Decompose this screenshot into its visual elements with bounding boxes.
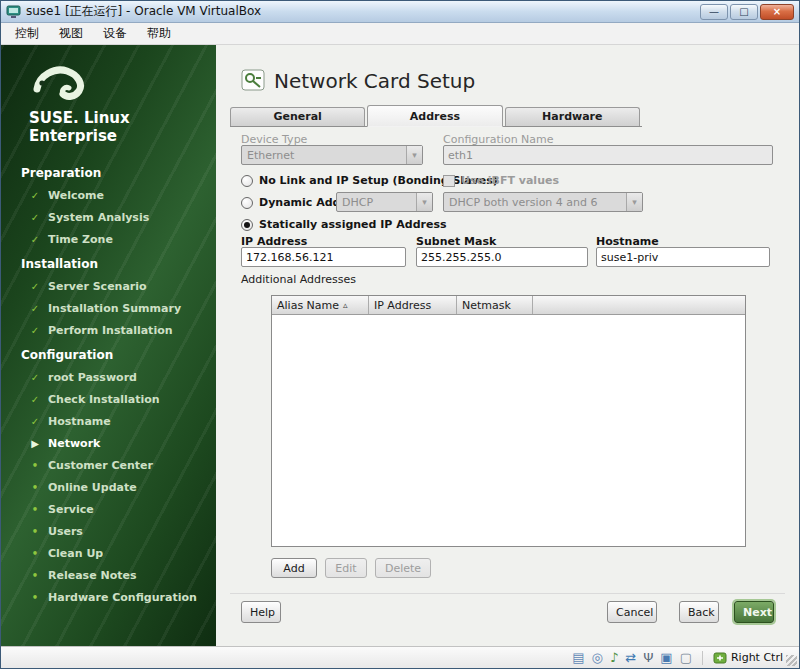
dhcp-version-select: DHCP both version 4 and 6 ▾ — [443, 192, 643, 212]
column-header-ip-address[interactable]: IP Address — [369, 296, 457, 314]
check-icon: ✓ — [29, 394, 41, 405]
sidebar-item-hostname: ✓Hostname — [29, 415, 216, 428]
vbox-status-bar: ▤◎♪⇄Ψ▣▢ Right Ctrl — [1, 646, 799, 668]
radio-static-label: Statically assigned IP Address — [259, 218, 447, 231]
radio-unchecked-icon — [241, 175, 253, 187]
usb-devices-icon[interactable]: Ψ — [643, 651, 653, 664]
installer-steps: Preparation✓Welcome✓System Analysis✓Time… — [1, 145, 216, 604]
display-icon[interactable]: ▢ — [680, 651, 692, 664]
resize-grip[interactable] — [786, 655, 797, 666]
sidebar-item-label: Clean Up — [48, 547, 103, 560]
status-icons: ▤◎♪⇄Ψ▣▢ — [572, 651, 692, 664]
sidebar-item-label: root Password — [48, 371, 137, 384]
optical-drives-icon[interactable]: ◎ — [592, 651, 603, 664]
hdd-icon[interactable]: ▤ — [572, 651, 584, 664]
hostname-field[interactable] — [596, 247, 770, 267]
radio-unchecked-icon — [241, 197, 253, 209]
dhcp-value: DHCP — [337, 196, 416, 209]
titlebar[interactable]: suse1 [正在运行] - Oracle VM VirtualBox —□× — [1, 1, 799, 23]
menu-item-3[interactable]: 帮助 — [137, 23, 181, 44]
bullet-icon: • — [29, 526, 41, 537]
additional-addresses-table: Alias Name▵IP AddressNetmask — [271, 295, 746, 547]
sidebar-item-label: System Analysis — [48, 211, 149, 224]
sidebar-item-label: Online Update — [48, 481, 137, 494]
shared-folders-icon[interactable]: ▣ — [660, 651, 672, 664]
sidebar-item-release-notes: •Release Notes — [29, 569, 216, 582]
table-body — [272, 315, 745, 546]
bullet-icon: • — [29, 504, 41, 515]
bullet-icon: • — [29, 482, 41, 493]
window-title: suse1 [正在运行] - Oracle VM VirtualBox — [26, 3, 261, 20]
brand-line1: SUSE. Linux — [29, 109, 216, 127]
current-arrow-icon: ▶ — [29, 438, 41, 449]
subnet-mask-field[interactable] — [416, 247, 588, 267]
column-header-label: IP Address — [374, 299, 431, 312]
sidebar-item-clean-up: •Clean Up — [29, 547, 216, 560]
sidebar-item-label: Check Installation — [48, 393, 160, 406]
chevron-down-icon: ▾ — [406, 146, 422, 164]
column-header-filler — [533, 296, 745, 314]
tab-bar: GeneralAddressHardware — [230, 105, 642, 127]
sidebar-section-configuration: Configuration — [21, 348, 216, 362]
sidebar-item-label: Welcome — [48, 189, 104, 202]
tab-address[interactable]: Address — [367, 105, 502, 127]
tab-hardware[interactable]: Hardware — [505, 107, 640, 126]
column-header-alias-name[interactable]: Alias Name▵ — [272, 296, 369, 314]
sidebar-item-label: Service — [48, 503, 94, 516]
check-icon: ✓ — [29, 303, 41, 314]
tab-general[interactable]: General — [230, 107, 365, 126]
bullet-icon: • — [29, 460, 41, 471]
back-button[interactable]: Back — [679, 601, 719, 623]
sidebar-item-check-installation: ✓Check Installation — [29, 393, 216, 406]
network-adapters-icon[interactable]: ⇄ — [625, 651, 636, 664]
sidebar-item-customer-center: •Customer Center — [29, 459, 216, 472]
sidebar-item-label: Release Notes — [48, 569, 136, 582]
chevron-down-icon: ▾ — [416, 193, 432, 211]
device-type-value: Ethernet — [242, 149, 406, 162]
network-card-setup-panel: Network Card Setup GeneralAddressHardwar… — [216, 45, 799, 646]
help-button[interactable]: Help — [241, 601, 281, 623]
brand-block: SUSE. Linux Enterprise — [1, 45, 216, 145]
installer-sidebar: SUSE. Linux Enterprise Preparation✓Welco… — [1, 45, 216, 646]
cancel-button[interactable]: Cancel — [607, 601, 657, 623]
minimize-button[interactable]: — — [700, 4, 728, 20]
menu-item-1[interactable]: 视图 — [49, 23, 93, 44]
sidebar-item-welcome: ✓Welcome — [29, 189, 216, 202]
caption-buttons: —□× — [700, 4, 794, 20]
menu-item-2[interactable]: 设备 — [93, 23, 137, 44]
sidebar-item-label: Network — [48, 437, 100, 450]
table-header-row: Alias Name▵IP AddressNetmask — [272, 296, 745, 315]
checkbox-icon — [443, 175, 455, 187]
close-button[interactable]: × — [760, 4, 794, 20]
audio-icon[interactable]: ♪ — [610, 651, 618, 664]
host-key-icon — [713, 651, 727, 665]
check-icon: ✓ — [29, 281, 41, 292]
sidebar-item-server-scenario: ✓Server Scenario — [29, 280, 216, 293]
vm-display: SUSE. Linux Enterprise Preparation✓Welco… — [1, 45, 799, 646]
device-type-select: Ethernet ▾ — [241, 145, 423, 165]
next-button[interactable]: Next — [734, 601, 774, 623]
column-header-netmask[interactable]: Netmask — [457, 296, 533, 314]
sidebar-item-perform-installation: ✓Perform Installation — [29, 324, 216, 337]
radio-static-address[interactable]: Statically assigned IP Address — [241, 217, 447, 232]
host-key-label: Right Ctrl — [731, 651, 783, 664]
bullet-icon: • — [29, 592, 41, 603]
ip-address-field[interactable] — [241, 247, 406, 267]
sidebar-item-label: Hardware Configuration — [48, 591, 197, 604]
dhcp-version-value: DHCP both version 4 and 6 — [444, 196, 626, 209]
checkbox-ibft: Use iBFT values — [443, 173, 559, 188]
page-title: Network Card Setup — [274, 69, 475, 93]
checkbox-ibft-label: Use iBFT values — [461, 174, 559, 187]
virtualbox-vm-icon — [6, 4, 21, 19]
maximize-button[interactable]: □ — [730, 4, 758, 20]
check-icon: ✓ — [29, 212, 41, 223]
column-header-label: Alias Name — [277, 299, 339, 312]
add-button[interactable]: Add — [271, 558, 317, 578]
sidebar-section-preparation: Preparation — [21, 166, 216, 180]
menu-item-0[interactable]: 控制 — [5, 23, 49, 44]
sort-ascending-icon: ▵ — [343, 300, 348, 310]
column-header-label: Netmask — [462, 299, 511, 312]
footer-separator — [230, 593, 785, 594]
sidebar-section-installation: Installation — [21, 257, 216, 271]
sidebar-item-hardware-configuration: •Hardware Configuration — [29, 591, 216, 604]
